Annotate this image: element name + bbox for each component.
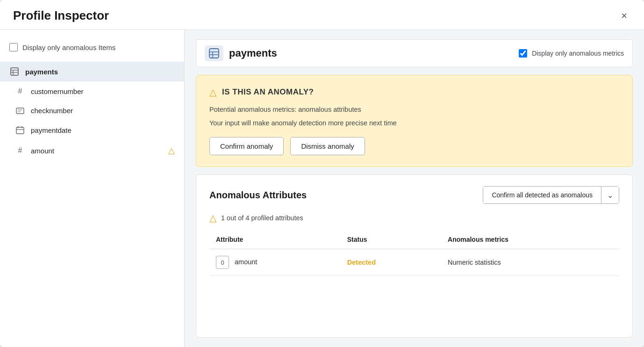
anomaly-card-header: △ IS THIS AN ANOMALY? <box>209 87 619 98</box>
confirm-all-dropdown-button[interactable]: ⌄ <box>601 187 619 203</box>
sidebar-item-amount[interactable]: # amount △ <box>0 140 184 161</box>
hash-icon-amount: # <box>15 146 25 155</box>
attribute-name: amount <box>235 258 257 266</box>
close-button[interactable]: × <box>617 9 631 23</box>
sidebar-item-customernumber[interactable]: # customernumber <box>0 81 184 101</box>
sidebar-item-amount-label: amount <box>31 147 54 155</box>
sidebar: Display only anomalous Items payments <box>0 30 185 347</box>
calendar-icon-paymentdate <box>15 126 25 134</box>
col-attribute: Attribute <box>209 232 341 249</box>
dismiss-anomaly-button[interactable]: Dismiss anomaly <box>290 137 365 155</box>
text-icon-checknumber <box>15 108 25 114</box>
svg-rect-11 <box>209 49 219 58</box>
attributes-table-body: 0 amount Detected Numeric statistics <box>209 249 619 276</box>
display-only-anomalous-metrics-checkbox[interactable] <box>519 49 527 58</box>
anomaly-card-title: IS THIS AN ANOMALY? <box>222 87 314 97</box>
modal-body: Display only anomalous Items payments <box>0 30 644 347</box>
confirm-anomaly-button[interactable]: Confirm anomaly <box>209 137 284 155</box>
col-anomalous-metrics: Anomalous metrics <box>441 232 619 249</box>
main-header-bar: payments Display only anomalous metrics <box>196 39 633 67</box>
main-header-right: Display only anomalous metrics <box>519 49 624 58</box>
sidebar-item-checknumber-label: checknumber <box>31 107 73 115</box>
sidebar-item-payments[interactable]: payments <box>0 62 184 81</box>
profile-inspector-modal: Profile Inspector × Display only anomalo… <box>0 0 644 347</box>
attributes-table: Attribute Status Anomalous metrics 0 amo… <box>209 232 619 276</box>
hash-icon-customernumber: # <box>15 87 25 95</box>
sidebar-item-paymentdate-label: paymentdate <box>31 126 72 134</box>
attribute-cell: 0 amount <box>209 249 341 276</box>
table-row: 0 amount Detected Numeric statistics <box>209 249 619 276</box>
amount-warning-icon: △ <box>168 145 175 156</box>
display-only-anomalous-metrics-label: Display only anomalous metrics <box>532 50 624 57</box>
svg-rect-0 <box>11 68 18 75</box>
sidebar-item-customernumber-label: customernumber <box>31 87 84 95</box>
anomaly-card-line1: Potential anomalous metrics: anomalous a… <box>209 104 619 115</box>
anomaly-card-actions: Confirm anomaly Dismiss anomaly <box>209 137 619 155</box>
anomalous-metrics-cell: Numeric statistics <box>441 249 619 276</box>
confirm-all-btn-wrapper: Confirm all detected as anomalous ⌄ <box>483 186 619 204</box>
payments-table-icon <box>209 48 219 58</box>
sidebar-filter: Display only anomalous Items <box>0 38 184 62</box>
table-icon <box>9 67 20 76</box>
anomaly-warning-icon: △ <box>209 87 216 98</box>
col-status: Status <box>341 232 441 249</box>
display-only-anomalous-items-label: Display only anomalous Items <box>22 43 115 51</box>
attributes-section-title: Anomalous Attributes <box>209 190 307 201</box>
anomalous-attributes-card: Anomalous Attributes Confirm all detecte… <box>196 174 633 338</box>
confirm-all-detected-button[interactable]: Confirm all detected as anomalous <box>483 187 601 203</box>
svg-rect-7 <box>16 127 24 134</box>
main-content: payments Display only anomalous metrics … <box>185 30 644 347</box>
sidebar-item-checknumber[interactable]: checknumber <box>0 101 184 120</box>
attributes-table-head: Attribute Status Anomalous metrics <box>209 232 619 249</box>
svg-rect-4 <box>16 108 24 114</box>
attributes-card-header: Anomalous Attributes Confirm all detecte… <box>209 186 619 204</box>
sidebar-item-paymentdate[interactable]: paymentdate <box>0 120 184 140</box>
status-cell: Detected <box>341 249 441 276</box>
main-header-left: payments <box>205 45 277 61</box>
modal-title: Profile Inspector <box>13 8 109 23</box>
attributes-summary-text: 1 out of 4 profiled attributes <box>221 214 303 222</box>
display-only-anomalous-items-checkbox[interactable] <box>9 43 18 51</box>
sidebar-items-section: payments # customernumber <box>0 62 184 161</box>
payments-table-icon-wrapper <box>205 45 223 61</box>
sidebar-item-payments-label: payments <box>25 68 58 76</box>
main-table-title: payments <box>229 47 277 59</box>
status-badge: Detected <box>347 259 376 266</box>
modal-header: Profile Inspector × <box>0 0 644 30</box>
attributes-summary-warning-icon: △ <box>209 212 216 224</box>
anomaly-alert-card: △ IS THIS AN ANOMALY? Potential anomalou… <box>196 75 633 167</box>
attribute-type-icon: 0 <box>216 256 229 269</box>
attributes-summary: △ 1 out of 4 profiled attributes <box>209 212 619 224</box>
anomaly-card-line2: Your input will make anomaly detection m… <box>209 118 619 129</box>
